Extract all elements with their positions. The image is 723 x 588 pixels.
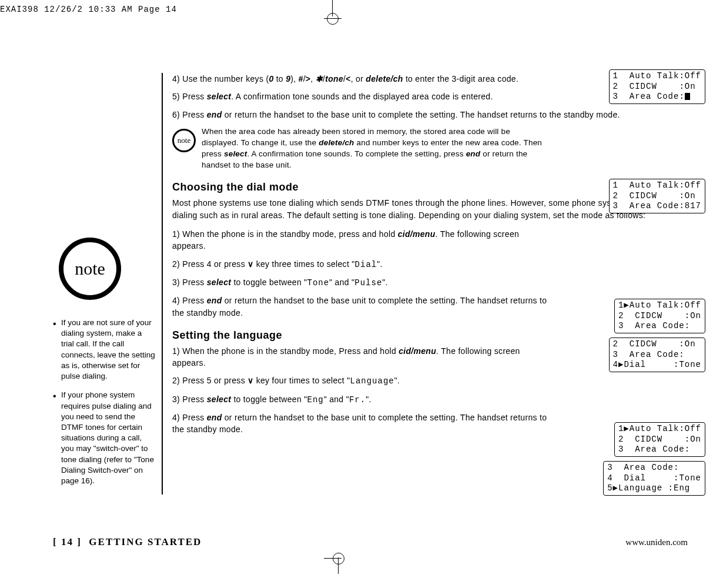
lcd-screen-area-code-blank: 1 Auto Talk:Off 2 CIDCW :On 3 Area Code: [609, 69, 705, 104]
sidebar-notes: note If you are not sure of your dialing… [47, 73, 162, 495]
crop-mark-icon [332, 550, 344, 574]
step-lang-4: 4) Press end or return the handset to th… [172, 412, 548, 436]
step-dial-3: 3) Press select to toggle between "Tone"… [172, 276, 548, 289]
lcd-cursor-icon [685, 93, 690, 100]
note-block-area-code: note When the area code has already been… [172, 126, 548, 171]
step-dial-4: 4) Press end or return the handset to th… [172, 295, 548, 319]
step-area-code-4: 4) Use the number keys (0 to 9), #/>, ✱/… [172, 73, 548, 85]
step-area-code-6: 6) Press end or return the handset to th… [172, 109, 705, 121]
footer-url: www.uniden.com [625, 537, 688, 547]
lcd-screen-menu-dial: 2 CIDCW :On 3 Area Code: 4▶Dial :Tone [609, 338, 705, 372]
main-content: 1 Auto Talk:Off 2 CIDCW :On 3 Area Code:… [162, 73, 705, 495]
step-dial-1: 1) When the phone is in the standby mode… [172, 228, 548, 252]
sidebar-note-item: If you are not sure of your dialing syst… [53, 318, 156, 382]
note-icon: note [172, 129, 196, 152]
lcd-screen-menu-language: 3 Area Code: 4 Dial :Tone 5▶Language :En… [603, 461, 705, 496]
print-imprint: EXAI398 12/26/2 10:33 AM Page 14 [0, 0, 723, 14]
step-lang-2: 2) Press 5 or press ∨ key four times to … [172, 375, 548, 387]
down-arrow-icon: ∨ [247, 259, 253, 269]
section-title: GETTING STARTED [89, 536, 202, 547]
page-number: [ 14 ] [53, 536, 82, 547]
lcd-screen-menu-auto-talk-2: 1▶Auto Talk:Off 2 CIDCW :On 3 Area Code: [614, 422, 705, 457]
step-lang-3: 3) Press select to toggle between "Eng" … [172, 393, 548, 406]
lcd-screen-area-code-817: 1 Auto Talk:Off 2 CIDCW :On 3 Area Code:… [609, 179, 705, 213]
step-dial-2: 2) Press 4 or press ∨ key three times to… [172, 258, 548, 270]
step-lang-1: 1) When the phone is in the standby mode… [172, 345, 548, 369]
page-footer: [ 14 ] GETTING STARTED www.uniden.com [53, 536, 688, 548]
down-arrow-icon: ∨ [247, 376, 253, 385]
lcd-screen-menu-auto-talk: 1▶Auto Talk:Off 2 CIDCW :On 3 Area Code: [614, 299, 705, 333]
note-icon: note [59, 238, 121, 300]
sidebar-note-item: If your phone system requires pulse dial… [53, 390, 156, 486]
step-area-code-5: 5) Press select. A confirmation tone sou… [172, 91, 584, 102]
